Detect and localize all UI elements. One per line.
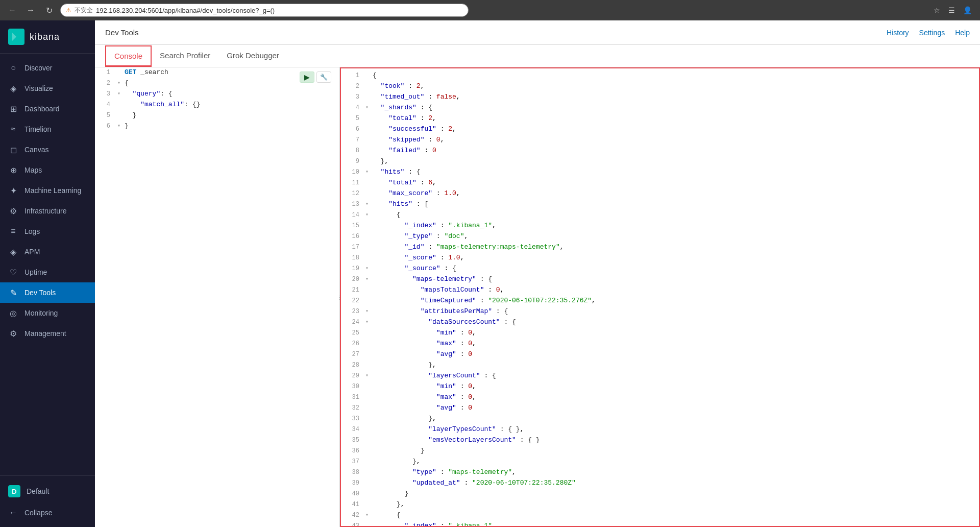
resp-fold-gutter[interactable]	[363, 349, 371, 350]
tab-search-profiler[interactable]: Search Profiler	[152, 45, 218, 67]
sidebar-item-management[interactable]: ⚙ Management	[0, 323, 95, 344]
response-line: 2 "took" : 2,	[341, 81, 979, 92]
resp-fold-gutter[interactable]: ▾	[363, 167, 371, 176]
resp-fold-gutter[interactable]	[363, 81, 371, 82]
bookmark-button[interactable]: ☆	[930, 4, 943, 16]
extensions-button[interactable]: ☰	[945, 4, 958, 16]
resp-fold-gutter[interactable]	[363, 381, 371, 382]
sidebar-item-maps[interactable]: ⊕ Maps	[0, 160, 95, 180]
sidebar-item-timelion[interactable]: ≈ Timelion	[0, 119, 95, 139]
wrench-button[interactable]: 🔧	[316, 71, 331, 83]
address-bar[interactable]: ⚠ 不安全 192.168.230.204:5601/app/kibana#/d…	[60, 4, 469, 17]
kibana-logo[interactable]: kibana	[0, 20, 95, 54]
resp-fold-gutter[interactable]	[363, 414, 371, 415]
security-icon: ⚠	[66, 7, 71, 14]
resp-content: {	[371, 510, 979, 521]
reload-button[interactable]: ↻	[42, 3, 56, 17]
resp-fold-gutter[interactable]	[363, 124, 371, 125]
response-code[interactable]: 1 { 2 "took" : 2, 3 "timed_out" : false,…	[341, 68, 979, 526]
resp-line-number: 4	[341, 103, 363, 113]
fold-gutter[interactable]: ▾	[115, 89, 122, 98]
resp-fold-gutter[interactable]: ▾	[363, 510, 371, 519]
resp-fold-gutter[interactable]	[363, 521, 371, 522]
sidebar-item-discover[interactable]: ○ Discover	[0, 58, 95, 78]
sidebar-footer-collapse[interactable]: ← Collapse	[0, 502, 95, 523]
sidebar-item-apm[interactable]: ◈ APM	[0, 242, 95, 262]
sidebar-label-management: Management	[24, 329, 66, 338]
response-line: 30 "min" : 0,	[341, 381, 979, 392]
resize-handle[interactable]: ⋮	[337, 67, 341, 527]
sidebar-item-uptime[interactable]: ♡ Uptime	[0, 262, 95, 282]
resp-fold-gutter[interactable]	[363, 457, 371, 458]
resp-fold-gutter[interactable]	[363, 285, 371, 286]
sidebar-item-infrastructure[interactable]: ⚙ Infrastructure	[0, 201, 95, 221]
response-line: 20 ▾ "maps-telemetry" : {	[341, 274, 979, 285]
resp-fold-gutter[interactable]	[363, 113, 371, 114]
fold-gutter[interactable]	[115, 100, 122, 101]
resp-fold-gutter[interactable]	[363, 360, 371, 361]
sidebar-item-monitoring[interactable]: ◎ Monitoring	[0, 303, 95, 323]
profile-button[interactable]: 👤	[960, 4, 975, 16]
resp-fold-gutter[interactable]	[363, 435, 371, 436]
sidebar-item-logs[interactable]: ≡ Logs	[0, 221, 95, 242]
resp-fold-gutter[interactable]	[363, 424, 371, 425]
resp-fold-gutter[interactable]: ▾	[363, 103, 371, 112]
sidebar-item-dashboard[interactable]: ⊞ Dashboard	[0, 99, 95, 119]
resp-fold-gutter[interactable]	[363, 92, 371, 93]
sidebar-item-ml[interactable]: ✦ Machine Learning	[0, 180, 95, 201]
resp-fold-gutter[interactable]: ▾	[363, 274, 371, 283]
resp-fold-gutter[interactable]	[363, 339, 371, 340]
resp-fold-gutter[interactable]	[363, 296, 371, 297]
fold-gutter[interactable]: ▾	[115, 121, 122, 130]
resp-fold-gutter[interactable]: ▾	[363, 371, 371, 380]
sidebar-icon-devtools: ✎	[8, 288, 18, 298]
tab-grok-debugger[interactable]: Grok Debugger	[218, 45, 287, 67]
resp-fold-gutter[interactable]	[363, 146, 371, 147]
help-link[interactable]: Help	[955, 29, 970, 37]
resp-fold-gutter[interactable]: ▾	[363, 306, 371, 316]
resp-fold-gutter[interactable]	[363, 70, 371, 71]
resp-content: {	[371, 210, 979, 221]
code-editor[interactable]: 1 GET _search 2 ▾ { 3 ▾ "query": { 4 "ma…	[95, 67, 339, 527]
code-content: }	[122, 121, 339, 132]
resp-fold-gutter[interactable]: ▾	[363, 317, 371, 326]
resp-fold-gutter[interactable]	[363, 221, 371, 222]
resp-fold-gutter[interactable]	[363, 231, 371, 232]
resp-fold-gutter[interactable]: ▾	[363, 199, 371, 208]
resp-fold-gutter[interactable]	[363, 253, 371, 254]
response-line: 18 "_score" : 1.0,	[341, 253, 979, 264]
resp-fold-gutter[interactable]	[363, 499, 371, 500]
sidebar-item-visualize[interactable]: ◈ Visualize	[0, 78, 95, 99]
resp-fold-gutter[interactable]: ▾	[363, 210, 371, 219]
resp-content: "hits" : {	[371, 167, 979, 178]
resp-fold-gutter[interactable]	[363, 392, 371, 393]
tab-console[interactable]: Console	[105, 45, 152, 67]
play-button[interactable]: ▶	[300, 71, 314, 83]
resp-fold-gutter[interactable]	[363, 489, 371, 490]
resp-fold-gutter[interactable]	[363, 156, 371, 157]
fold-gutter[interactable]	[115, 110, 122, 111]
fold-gutter[interactable]: ▾	[115, 78, 122, 87]
sidebar-item-canvas[interactable]: ◻ Canvas	[0, 139, 95, 160]
resp-fold-gutter[interactable]	[363, 446, 371, 447]
resp-fold-gutter[interactable]	[363, 188, 371, 189]
sidebar-item-devtools[interactable]: ✎ Dev Tools	[0, 282, 95, 303]
resp-fold-gutter[interactable]	[363, 478, 371, 479]
sidebar-footer-default[interactable]: D Default	[0, 480, 95, 502]
settings-link[interactable]: Settings	[919, 29, 945, 37]
resp-line-number: 6	[341, 124, 363, 134]
response-line: 36 }	[341, 446, 979, 457]
resp-line-number: 33	[341, 414, 363, 424]
resp-fold-gutter[interactable]: ▾	[363, 264, 371, 273]
resp-fold-gutter[interactable]	[363, 328, 371, 329]
back-button[interactable]: ←	[5, 3, 19, 17]
fold-gutter[interactable]	[115, 67, 122, 68]
line-number: 6	[95, 121, 115, 131]
resp-fold-gutter[interactable]	[363, 403, 371, 404]
forward-button[interactable]: →	[23, 3, 38, 17]
resp-fold-gutter[interactable]	[363, 135, 371, 136]
history-link[interactable]: History	[887, 29, 909, 37]
resp-fold-gutter[interactable]	[363, 242, 371, 243]
resp-fold-gutter[interactable]	[363, 467, 371, 468]
resp-fold-gutter[interactable]	[363, 178, 371, 179]
